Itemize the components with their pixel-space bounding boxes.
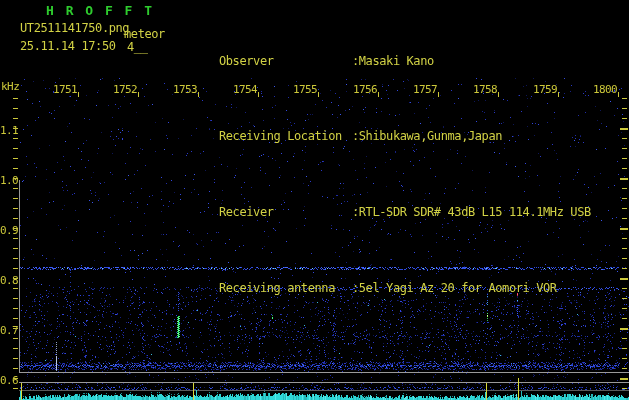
location-label: Receiving Location <box>219 130 352 143</box>
meteor-mode-label: meteor <box>124 27 165 41</box>
observer-value: :Masaki Kano <box>352 54 434 68</box>
y-axis-unit-label: kHz <box>1 80 19 93</box>
info-row-observer: Observer:Masaki Kano <box>178 42 628 80</box>
y-tick-label: 0.6 <box>0 374 20 387</box>
counter-label: 4__ <box>127 40 147 54</box>
x-tick-label: 1759 <box>530 83 557 96</box>
receiver-label: Receiver <box>219 206 352 219</box>
hrofft-screen: H R O F F T UT2511141750.png meteor 25.1… <box>0 0 629 400</box>
antenna-value: :5el Yagi Az 20 for Aomori VOR <box>352 281 557 295</box>
receiver-value: :RTL-SDR SDR# 43dB L15 114.1MHz USB <box>352 205 591 219</box>
location-value: :Shibukawa,Gunma,Japan <box>352 129 502 143</box>
x-tick-label: 1756 <box>350 83 377 96</box>
x-tick-label: 1753 <box>170 83 197 96</box>
y-tick-label: 1.1 <box>0 124 20 137</box>
y-tick-label: 0.7 <box>0 324 20 337</box>
observer-label: Observer <box>219 55 352 68</box>
x-tick-label: 1757 <box>410 83 437 96</box>
x-tick-label: 1758 <box>470 83 497 96</box>
info-row-location: Receiving Location:Shibukawa,Gunma,Japan <box>178 118 628 156</box>
x-tick-label: 1752 <box>110 83 137 96</box>
y-tick-label: 1.0 <box>0 174 20 187</box>
x-tick-label: 1755 <box>290 83 317 96</box>
info-row-antenna: Receiving antenna:5el Yagi Az 20 for Aom… <box>178 269 628 307</box>
antenna-label: Receiving antenna <box>219 282 352 295</box>
y-tick-label: 0.8 <box>0 274 20 287</box>
app-title: H R O F F T <box>46 3 154 18</box>
datetime-label: 25.11.14 17:50 <box>20 39 116 53</box>
x-tick-label: 1800 <box>590 83 617 96</box>
x-tick-label: 1751 <box>50 83 77 96</box>
x-tick-label: 1754 <box>230 83 257 96</box>
y-tick-label: 0.9 <box>0 224 20 237</box>
info-row-receiver: Receiver:RTL-SDR SDR# 43dB L15 114.1MHz … <box>178 194 628 232</box>
output-filename: UT2511141750.png <box>20 21 129 35</box>
station-info: Observer:Masaki Kano Receiving Location:… <box>178 4 628 345</box>
